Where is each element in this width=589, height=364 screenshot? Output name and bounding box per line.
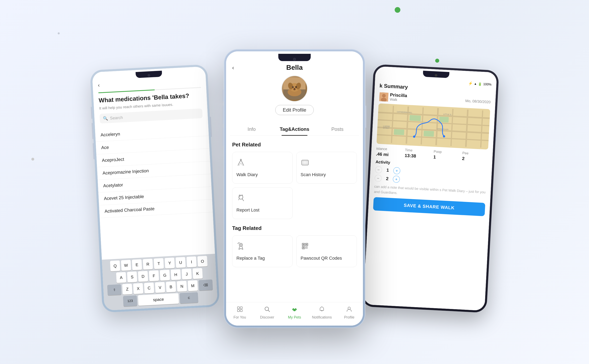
counter-minus-2[interactable]: − bbox=[374, 175, 382, 182]
key-w[interactable]: W bbox=[121, 260, 131, 271]
key-y[interactable]: Y bbox=[165, 257, 175, 268]
tab-posts[interactable]: Posts bbox=[316, 123, 359, 135]
search-icon: 🔍 bbox=[103, 116, 108, 121]
search-box[interactable]: 🔍 Search bbox=[99, 108, 203, 124]
save-walk-button[interactable]: SAVE & SHARE WALK bbox=[373, 197, 485, 216]
center-side-btn-1 bbox=[223, 89, 224, 102]
key-k[interactable]: K bbox=[192, 268, 203, 279]
key-b[interactable]: B bbox=[166, 281, 176, 292]
center-back-btn[interactable]: ‹ bbox=[232, 65, 234, 71]
key-e[interactable]: E bbox=[132, 259, 142, 270]
tag-related-grid: Replace a Tag bbox=[232, 235, 357, 267]
svg-rect-55 bbox=[424, 131, 434, 137]
key-q[interactable]: Q bbox=[110, 260, 120, 271]
key-delete[interactable]: ⌫ bbox=[199, 280, 213, 291]
qr-codes-label: Pawscout QR Codes bbox=[301, 256, 342, 261]
svg-rect-21 bbox=[305, 247, 306, 247]
right-phone: ⚡ ▲ 🔋 100% k Summary bbox=[361, 64, 499, 313]
walk-diary-card[interactable]: Walk Diary bbox=[232, 152, 293, 184]
poop-label: Poop bbox=[434, 150, 459, 155]
key-z[interactable]: Z bbox=[122, 284, 132, 295]
counter-minus-1[interactable]: − bbox=[375, 166, 382, 174]
counter-value-1: 1 bbox=[385, 168, 390, 173]
key-d[interactable]: D bbox=[138, 271, 148, 282]
center-side-btn-3 bbox=[223, 128, 224, 146]
key-i[interactable]: I bbox=[186, 256, 197, 267]
svg-rect-20 bbox=[303, 247, 304, 248]
qr-codes-card[interactable]: Pawscout QR Codes bbox=[296, 235, 357, 267]
counter-plus-1[interactable]: + bbox=[393, 167, 400, 174]
stats-row: istance .46 mi Time 13:38 Poop 1 Pee bbox=[376, 147, 488, 162]
key-u[interactable]: U bbox=[175, 257, 186, 268]
key-x[interactable]: X bbox=[133, 283, 143, 294]
center-content: Pet Related Walk Diary bbox=[226, 136, 363, 302]
key-shift[interactable]: ⇧ bbox=[107, 284, 122, 295]
poop-value: 1 bbox=[433, 155, 459, 161]
scan-history-card[interactable]: Scan History bbox=[296, 152, 357, 184]
edit-profile-button[interactable]: Edit Profile bbox=[275, 105, 314, 115]
counter-plus-2[interactable]: + bbox=[393, 176, 400, 183]
svg-rect-25 bbox=[238, 307, 239, 309]
bottom-nav: For You Discover bbox=[226, 302, 363, 325]
key-space[interactable]: space bbox=[138, 293, 179, 306]
walk-diary-label: Walk Diary bbox=[236, 172, 258, 177]
key-h[interactable]: H bbox=[171, 269, 181, 280]
key-v[interactable]: V bbox=[155, 282, 165, 293]
qr-codes-icon bbox=[301, 242, 310, 252]
nav-my-pets[interactable]: My Pets bbox=[281, 306, 308, 319]
key-f[interactable]: F bbox=[149, 270, 159, 281]
key-j[interactable]: J bbox=[182, 269, 192, 280]
pee-label: Pee bbox=[462, 151, 488, 156]
right-side-btn bbox=[496, 123, 497, 141]
tab-tag-actions[interactable]: Tag&Actions bbox=[273, 123, 316, 135]
svg-point-34 bbox=[296, 309, 297, 310]
nav-profile[interactable]: Profile bbox=[336, 306, 363, 319]
center-camera bbox=[293, 58, 296, 61]
activity-section: Activity − 1 + − 2 + bbox=[374, 160, 487, 188]
pet-avatar-container bbox=[232, 75, 357, 102]
my-pets-label: My Pets bbox=[288, 315, 301, 319]
key-a[interactable]: A bbox=[116, 272, 126, 283]
tabs-row: Info Tag&Actions Posts bbox=[230, 123, 359, 136]
decoration-dot-3 bbox=[31, 158, 34, 161]
pet-avatar bbox=[281, 75, 308, 102]
svg-rect-26 bbox=[240, 307, 242, 309]
nav-for-you[interactable]: For You bbox=[226, 306, 253, 319]
key-return[interactable]: C bbox=[179, 292, 198, 304]
map-area: CATHEDRAL HILL LITTLE S... LLMORE ISTRIC… bbox=[377, 103, 490, 150]
svg-point-14 bbox=[240, 244, 241, 246]
my-pets-icon bbox=[291, 306, 298, 314]
left-back-btn[interactable]: ‹ bbox=[98, 77, 201, 88]
svg-point-33 bbox=[292, 309, 293, 310]
replace-tag-card[interactable]: Replace a Tag bbox=[232, 235, 293, 267]
key-numbers[interactable]: 123 bbox=[123, 295, 137, 306]
scan-history-icon bbox=[301, 158, 310, 169]
distance-label: istance bbox=[376, 147, 402, 152]
search-placeholder: Search bbox=[110, 115, 123, 120]
walk-diary-icon bbox=[236, 158, 245, 169]
key-m[interactable]: M bbox=[188, 280, 198, 291]
key-o[interactable]: O bbox=[197, 256, 208, 267]
nav-discover[interactable]: Discover bbox=[253, 306, 281, 319]
svg-point-7 bbox=[295, 86, 297, 88]
for-you-label: For You bbox=[234, 315, 246, 319]
key-g[interactable]: G bbox=[160, 270, 170, 281]
report-lost-label: Report Lost bbox=[236, 208, 259, 213]
decoration-dot-4 bbox=[58, 32, 60, 34]
report-lost-card[interactable]: Report Lost bbox=[232, 187, 293, 219]
pet-related-section-title: Pet Related bbox=[232, 142, 357, 148]
key-n[interactable]: N bbox=[177, 281, 187, 292]
key-c[interactable]: C bbox=[144, 282, 154, 293]
left-side-btn-4 bbox=[210, 117, 212, 137]
center-notch bbox=[278, 54, 311, 61]
counter-value-2: 2 bbox=[385, 176, 390, 181]
key-s[interactable]: S bbox=[127, 271, 137, 282]
center-header: ‹ Bella bbox=[226, 51, 363, 123]
key-t[interactable]: T bbox=[154, 258, 164, 269]
stat-pee: Pee 2 bbox=[462, 151, 488, 162]
bluetooth-icon: ⚡ bbox=[468, 81, 473, 86]
svg-rect-24 bbox=[307, 248, 307, 248]
nav-notifications[interactable]: Notifications bbox=[308, 306, 336, 319]
tab-info[interactable]: Info bbox=[230, 123, 273, 135]
key-r[interactable]: R bbox=[143, 259, 153, 270]
